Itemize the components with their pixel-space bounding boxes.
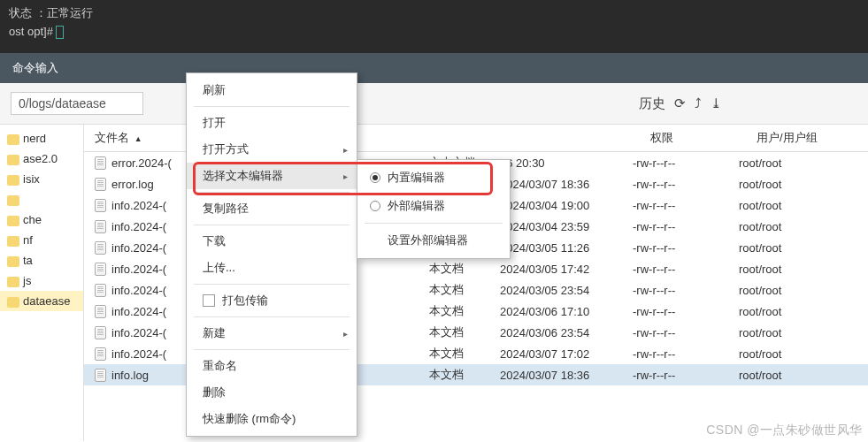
checkbox-icon <box>203 294 215 307</box>
col-type[interactable] <box>447 130 518 146</box>
radio-icon <box>370 172 380 183</box>
upload-icon[interactable]: ⤴ <box>695 95 702 112</box>
file-icon <box>95 326 106 339</box>
file-name: info.2024-( <box>111 241 166 255</box>
file-date: 2024/03/05 17:42 <box>500 263 633 276</box>
file-perm: -rw-r--r-- <box>633 220 739 233</box>
file-icon <box>95 241 106 255</box>
file-icon <box>95 284 106 297</box>
file-perm: -rw-r--r-- <box>633 199 739 212</box>
folder-icon <box>7 216 19 226</box>
col-perm[interactable]: 权限 <box>650 130 757 146</box>
menu-download[interactable]: 下载 <box>187 228 357 255</box>
file-date: 2024/03/06 23:54 <box>500 326 633 339</box>
folder-icon <box>7 195 19 206</box>
sidebar-item[interactable]: nf <box>0 230 83 250</box>
file-date: 2024/03/06 17:10 <box>500 305 633 318</box>
file-perm: -rw-r--r-- <box>633 347 739 361</box>
submenu-set-external[interactable]: 设置外部编辑器 <box>357 226 510 255</box>
command-input-bar[interactable]: 命令输入 <box>0 53 868 83</box>
sidebar-item[interactable]: che <box>0 210 83 230</box>
file-user: root/root <box>739 156 845 170</box>
sidebar-item[interactable]: js <box>0 271 83 291</box>
file-icon <box>95 156 106 170</box>
file-name: info.2024-( <box>111 347 166 361</box>
file-type: 本文档 <box>429 261 500 277</box>
file-perm: -rw-r--r-- <box>633 241 739 255</box>
file-user: root/root <box>739 241 845 255</box>
menu-open[interactable]: 打开 <box>187 110 357 136</box>
sidebar-item[interactable]: ta <box>0 250 83 271</box>
file-perm: -rw-r--r-- <box>633 326 739 339</box>
file-name: info.2024-( <box>111 220 166 233</box>
file-user: root/root <box>739 347 845 361</box>
folder-icon <box>7 134 19 145</box>
file-user: root/root <box>739 220 845 233</box>
submenu-external-editor[interactable]: 外部编辑器 <box>357 192 510 220</box>
file-name: error.2024-( <box>111 156 172 170</box>
file-type: 本文档 <box>429 346 500 362</box>
menu-new[interactable]: 新建 <box>187 320 357 347</box>
file-perm: -rw-r--r-- <box>633 369 739 382</box>
file-type: 本文档 <box>429 303 500 319</box>
col-user[interactable]: 用户/用户组 <box>757 130 863 146</box>
file-icon <box>95 347 106 361</box>
file-date: 2024/03/07 18:36 <box>500 369 633 382</box>
file-perm: -rw-r--r-- <box>633 284 739 297</box>
file-user: root/root <box>739 326 845 339</box>
menu-select-editor[interactable]: 选择文本编辑器 <box>187 163 357 189</box>
sidebar-item[interactable]: dataease <box>0 291 83 311</box>
sidebar-item[interactable] <box>0 189 83 210</box>
col-date[interactable] <box>518 130 650 146</box>
context-menu[interactable]: 刷新 打开 打开方式 选择文本编辑器 复制路径 下载 上传... 打包传输 新建… <box>186 72 357 437</box>
file-type: 本文档 <box>429 282 500 298</box>
folder-icon <box>7 175 19 186</box>
folder-icon <box>7 256 19 267</box>
file-name: info.2024-( <box>111 326 166 339</box>
menu-delete[interactable]: 删除 <box>187 379 357 406</box>
file-date: 2024/03/05 11:26 <box>500 241 633 255</box>
sidebar-item[interactable]: ase2.0 <box>0 149 83 169</box>
history-label[interactable]: 历史 <box>639 95 665 112</box>
folder-icon <box>7 277 19 287</box>
folder-icon <box>7 155 19 165</box>
file-perm: -rw-r--r-- <box>633 263 739 276</box>
cursor-icon <box>56 26 64 39</box>
file-name: error.log <box>111 178 154 191</box>
path-input[interactable]: 0/logs/dataease <box>11 92 143 115</box>
terminal-prompt: ost opt]# <box>9 25 859 39</box>
menu-quick-delete[interactable]: 快速删除 (rm命令) <box>187 406 357 432</box>
file-user: root/root <box>739 284 845 297</box>
menu-rename[interactable]: 重命名 <box>187 353 357 379</box>
sidebar-item[interactable]: nerd <box>0 128 83 149</box>
sidebar-item[interactable]: isix <box>0 169 83 189</box>
editor-submenu[interactable]: 内置编辑器 外部编辑器 设置外部编辑器 <box>357 159 511 259</box>
file-date: 06 20:30 <box>500 156 633 170</box>
file-type: 本文档 <box>429 367 500 383</box>
file-user: root/root <box>739 305 845 318</box>
menu-refresh[interactable]: 刷新 <box>187 77 357 103</box>
file-user: root/root <box>739 263 845 276</box>
submenu-internal-editor[interactable]: 内置编辑器 <box>357 164 510 192</box>
menu-upload[interactable]: 上传... <box>187 255 357 281</box>
file-name: info.2024-( <box>111 305 166 318</box>
menu-archive[interactable]: 打包传输 <box>187 287 357 314</box>
folder-tree[interactable]: nerdase2.0isixchenftajsdataease <box>0 125 84 441</box>
menu-open-with[interactable]: 打开方式 <box>187 136 357 163</box>
file-icon <box>95 199 106 212</box>
file-icon <box>95 263 106 276</box>
file-icon <box>95 305 106 318</box>
file-date: 2024/03/07 17:02 <box>500 347 633 361</box>
refresh-icon[interactable]: ⟳ <box>674 95 686 112</box>
terminal-output: 状态 ：正常运行 ost opt]# <box>0 0 868 53</box>
download-icon[interactable]: ⤓ <box>711 95 722 112</box>
folder-icon <box>7 236 19 247</box>
file-name: info.2024-( <box>111 284 166 297</box>
file-date: 2024/03/07 18:36 <box>500 178 633 191</box>
file-icon <box>95 220 106 233</box>
file-icon <box>95 178 106 191</box>
file-name: info.log <box>111 369 149 382</box>
menu-copy-path[interactable]: 复制路径 <box>187 195 357 222</box>
file-date: 2024/03/05 23:54 <box>500 284 633 297</box>
file-type: 本文档 <box>429 324 500 340</box>
